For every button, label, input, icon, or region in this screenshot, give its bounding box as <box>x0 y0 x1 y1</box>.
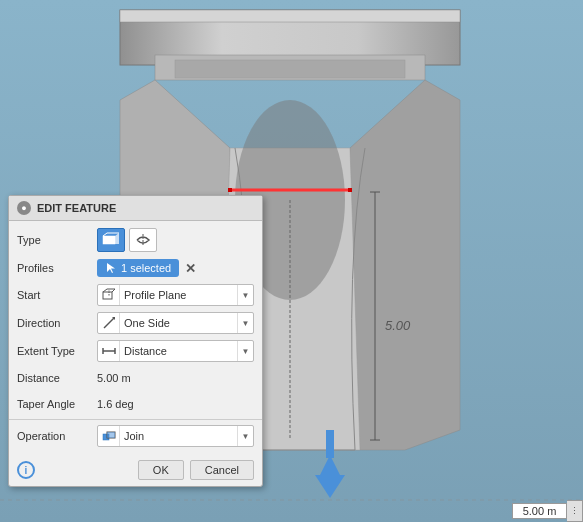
svg-rect-27 <box>103 292 112 299</box>
label-start: Start <box>17 289 97 301</box>
profiles-selected-button[interactable]: 1 selected <box>97 259 179 277</box>
panel-status-icon: ● <box>17 201 31 215</box>
distance-value: 5.00 m <box>97 372 131 384</box>
label-distance: Distance <box>17 372 97 384</box>
extent-type-dropdown-icon <box>98 341 120 361</box>
footer-buttons: OK Cancel <box>138 460 254 480</box>
profiles-content: 1 selected ✕ <box>97 259 254 277</box>
direction-dropdown[interactable]: One Side ▼ <box>97 312 254 334</box>
taper-angle-value: 1.6 deg <box>97 398 134 410</box>
operation-dropdown-icon <box>98 426 120 446</box>
divider <box>9 419 262 420</box>
svg-marker-6 <box>350 80 460 450</box>
cancel-button[interactable]: Cancel <box>190 460 254 480</box>
label-operation: Operation <box>17 430 97 442</box>
svg-marker-26 <box>107 263 115 273</box>
operation-dropdown[interactable]: Join ▼ <box>97 425 254 447</box>
svg-rect-21 <box>103 236 115 244</box>
svg-rect-4 <box>175 60 405 78</box>
svg-text:5.00: 5.00 <box>385 318 411 333</box>
svg-marker-22 <box>115 233 119 244</box>
distance-icon <box>102 344 116 358</box>
type-extrude-button[interactable] <box>97 228 125 252</box>
direction-value: One Side <box>120 317 237 329</box>
svg-rect-18 <box>326 430 334 458</box>
info-button[interactable]: i <box>17 461 35 479</box>
label-type: Type <box>17 234 97 246</box>
row-taper-angle: Taper Angle 1.6 deg <box>9 391 262 417</box>
operation-dropdown-arrow[interactable]: ▼ <box>237 426 253 446</box>
row-direction: Direction One Side ▼ <box>9 309 262 337</box>
label-taper-angle: Taper Angle <box>17 398 97 410</box>
taper-angle-content: 1.6 deg <box>97 398 254 410</box>
status-bar: 5.00 m ⋮ <box>512 500 583 522</box>
start-dropdown-icon <box>98 285 120 305</box>
distance-content: 5.00 m <box>97 372 254 384</box>
operation-value: Join <box>120 430 237 442</box>
edit-feature-panel: ● EDIT FEATURE Type <box>8 195 263 487</box>
extent-type-content: Distance ▼ <box>97 340 254 362</box>
type-revolve-button[interactable] <box>129 228 157 252</box>
panel-body: Type P <box>9 221 262 454</box>
svg-line-32 <box>104 318 114 328</box>
profiles-value: 1 selected <box>121 262 171 274</box>
extent-type-value: Distance <box>120 345 237 357</box>
row-operation: Operation Join ▼ <box>9 422 262 450</box>
svg-line-23 <box>103 233 107 236</box>
cursor-icon <box>105 262 117 274</box>
start-dropdown-arrow[interactable]: ▼ <box>237 285 253 305</box>
panel-header: ● EDIT FEATURE <box>9 196 262 221</box>
panel-footer: i OK Cancel <box>9 454 262 486</box>
revolve-icon <box>134 232 152 248</box>
join-icon <box>102 429 116 443</box>
direction-dropdown-icon <box>98 313 120 333</box>
type-content <box>97 228 254 252</box>
start-value: Profile Plane <box>120 289 237 301</box>
row-profiles: Profiles 1 selected ✕ <box>9 255 262 281</box>
profiles-clear-button[interactable]: ✕ <box>183 261 198 276</box>
svg-rect-39 <box>107 432 115 438</box>
label-extent-type: Extent Type <box>17 345 97 357</box>
extent-type-dropdown[interactable]: Distance ▼ <box>97 340 254 362</box>
label-profiles: Profiles <box>17 262 97 274</box>
start-dropdown[interactable]: Profile Plane ▼ <box>97 284 254 306</box>
panel-title: EDIT FEATURE <box>37 202 116 214</box>
profile-plane-icon <box>102 288 116 302</box>
one-side-icon <box>102 316 116 330</box>
direction-content: One Side ▼ <box>97 312 254 334</box>
start-content: Profile Plane ▼ <box>97 284 254 306</box>
ok-button[interactable]: OK <box>138 460 184 480</box>
status-value[interactable]: 5.00 m <box>512 503 567 519</box>
extrude-icon <box>102 232 120 248</box>
row-type: Type <box>9 225 262 255</box>
row-distance: Distance 5.00 m <box>9 365 262 391</box>
label-direction: Direction <box>17 317 97 329</box>
extent-type-dropdown-arrow[interactable]: ▼ <box>237 341 253 361</box>
svg-rect-2 <box>120 10 460 22</box>
operation-content: Join ▼ <box>97 425 254 447</box>
direction-dropdown-arrow[interactable]: ▼ <box>237 313 253 333</box>
row-extent-type: Extent Type Distance ▼ <box>9 337 262 365</box>
status-menu-button[interactable]: ⋮ <box>567 500 583 522</box>
row-start: Start Profile Plane ▼ <box>9 281 262 309</box>
